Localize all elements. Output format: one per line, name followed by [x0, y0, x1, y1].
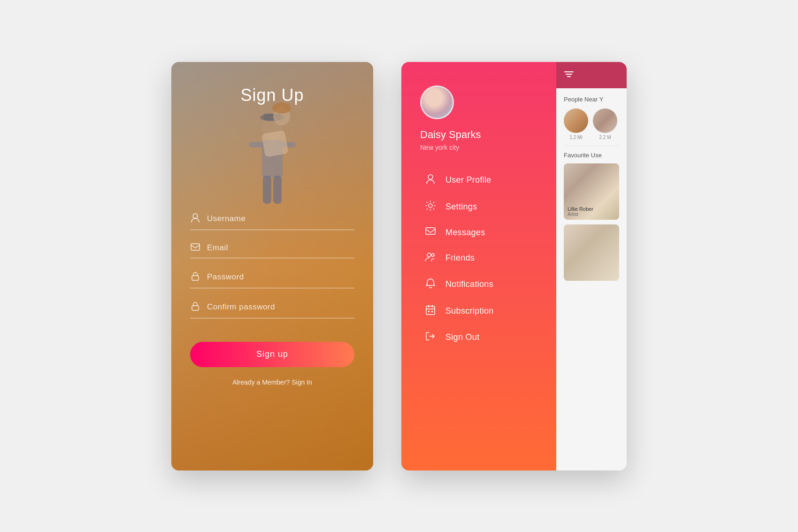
menu-label-user-profile: User Profile [445, 175, 491, 185]
svg-point-19 [431, 254, 434, 256]
person-avatar-2 [593, 108, 617, 133]
username-field [190, 213, 354, 230]
section-divider [564, 146, 619, 146]
menu-label-friends: Friends [445, 253, 475, 263]
signup-content: Sign Up [171, 62, 373, 470]
menu-item-subscription[interactable]: Subscription [420, 299, 542, 323]
menu-item-signout[interactable]: Sign Out [420, 326, 542, 349]
menu-panel-wrapper: Daisy Sparks New york city User Profile [401, 62, 627, 470]
calendar-icon [425, 305, 436, 317]
right-panel-header [556, 62, 627, 88]
svg-rect-14 [192, 306, 199, 310]
right-section-content: People Near Y 1.2 Mi 2.2 M Favourite Use… [556, 88, 627, 470]
favourite-users-title: Favourite Use [564, 152, 619, 159]
svg-rect-13 [192, 276, 199, 280]
fav-card-bg-2 [564, 224, 619, 281]
svg-rect-17 [426, 228, 435, 234]
signin-link[interactable]: Already a Member? Sign In [232, 378, 312, 386]
email-icon [190, 243, 200, 253]
fav-card-info-1: Lillie Rober Artist [568, 206, 593, 217]
filter-icon[interactable] [564, 69, 574, 80]
nav-menu: Daisy Sparks New york city User Profile [401, 62, 556, 470]
person-avatar-1 [564, 108, 588, 133]
menu-label-settings: Settings [445, 202, 477, 212]
person-card-2[interactable]: 2.2 M [593, 108, 617, 140]
email-input[interactable] [207, 243, 354, 253]
confirm-password-input[interactable] [207, 302, 354, 312]
password-input[interactable] [207, 272, 354, 282]
gear-icon [425, 200, 436, 213]
person-card-1[interactable]: 1.2 Mi [564, 108, 588, 140]
avatar [420, 85, 454, 119]
email-field-row [190, 243, 354, 258]
signout-icon [425, 332, 436, 343]
message-icon [425, 227, 436, 238]
menu-label-signout: Sign Out [445, 332, 479, 342]
menu-item-friends[interactable]: Friends [420, 247, 542, 270]
favourite-user-card-2[interactable] [564, 224, 619, 281]
signup-form [190, 213, 354, 318]
password-field-row [190, 271, 354, 288]
confirm-password-field-row [190, 301, 354, 318]
menu-item-notifications[interactable]: Notifications [420, 272, 542, 296]
svg-point-15 [428, 175, 433, 179]
menu-item-settings[interactable]: Settings [420, 195, 542, 219]
right-content-panel: People Near Y 1.2 Mi 2.2 M Favourite Use… [556, 62, 627, 470]
bell-icon [425, 278, 436, 291]
fav-user-role: Artist [568, 212, 593, 217]
svg-point-16 [429, 204, 432, 208]
menu-label-notifications: Notifications [445, 279, 493, 289]
username-input[interactable] [207, 214, 354, 224]
user-location: New york city [420, 144, 542, 151]
menu-label-messages: Messages [445, 228, 485, 238]
menu-item-user-profile[interactable]: User Profile [420, 168, 542, 192]
friends-icon [425, 252, 436, 264]
confirm-lock-icon [190, 301, 200, 313]
svg-rect-12 [191, 244, 200, 250]
person-icon [190, 213, 200, 225]
person-dist-2: 2.2 M [599, 135, 611, 140]
menu-items-list: User Profile Settings [420, 168, 542, 349]
svg-point-18 [427, 253, 431, 257]
user-name: Daisy Sparks [420, 129, 542, 141]
menu-item-messages[interactable]: Messages [420, 222, 542, 244]
favourite-user-card-1[interactable]: Lillie Rober Artist [564, 163, 619, 220]
svg-rect-21 [428, 311, 430, 312]
avatar-image [422, 87, 453, 118]
menu-label-subscription: Subscription [445, 306, 494, 316]
lock-icon [190, 271, 200, 283]
person-dist-1: 1.2 Mi [569, 135, 582, 140]
svg-rect-20 [426, 306, 435, 315]
person-profile-icon [425, 174, 436, 186]
svg-point-11 [193, 214, 198, 218]
people-near-row: 1.2 Mi 2.2 M [564, 108, 619, 140]
signup-title: Sign Up [240, 85, 304, 105]
fav-user-name: Lillie Rober [568, 206, 593, 212]
svg-rect-22 [431, 311, 433, 312]
signup-panel: Sign Up [171, 62, 373, 470]
people-near-title: People Near Y [564, 96, 619, 103]
signup-button[interactable]: Sign up [190, 342, 354, 367]
